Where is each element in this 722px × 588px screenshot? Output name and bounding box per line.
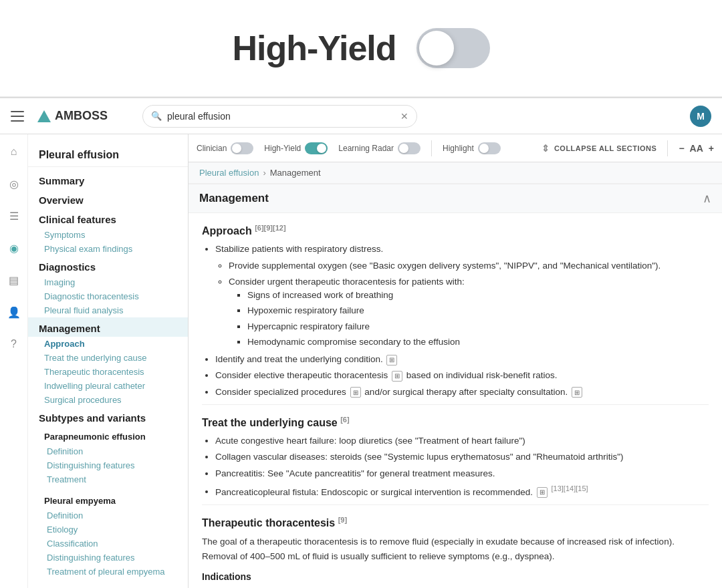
list-item: Acute congestive heart failure: loop diu… [215,434,709,448]
article: Management ∧ Approach [6][9][12] Stabili… [189,184,722,588]
app-container: AMBOSS 🔍 ✕ M ⌂ ◎ ☰ ◉ ▤ 👤 ? Pleural effus… [0,97,722,588]
sidebar-link-diagnostic-thoracentesis[interactable]: Diagnostic thoracentesis [28,289,188,303]
chart-icon[interactable]: ▤ [5,271,23,289]
sidebar-link-empyema-distinguishing[interactable]: Distinguishing features [28,551,188,565]
sidebar-link-para-distinguishing[interactable]: Distinguishing features [28,458,188,472]
list-item: Consider specialized procedures ⊞ and/or… [215,386,709,399]
sidebar-link-symptoms[interactable]: Symptoms [28,228,188,242]
highlight-toggle-group: Highlight [443,142,501,154]
toolbar-divider-1 [431,140,432,156]
sidebar-link-para-treatment[interactable]: Treatment [28,472,188,486]
learning-radar-toggle[interactable] [398,142,420,154]
sidebar-link-surgical-procedures[interactable]: Surgical procedures [28,393,188,407]
search-clear-icon[interactable]: ✕ [400,111,408,122]
treat-extra-refs: [13][14][15] [552,484,588,492]
highlight-label: Highlight [443,144,474,153]
section-collapse-icon[interactable]: ∧ [703,191,711,206]
breadcrumb-parent[interactable]: Pleural effusion [199,168,259,178]
logo-text: AMBOSS [55,109,108,123]
toolbar: Clinician High-Yield Learning Radar [189,134,722,162]
thoracentesis-intro: The goal of a therapeutic thoracentesis … [202,535,709,563]
info-icon-2[interactable]: ⊞ [392,371,402,382]
learning-radar-knob [399,144,408,153]
learning-radar-label: Learning Radar [338,144,394,153]
thoracentesis-refs: [9] [338,516,347,524]
sidebar-item-summary[interactable]: Summary [28,170,188,189]
nav-panel: Pleural effusion Summary Overview Clinic… [28,134,189,588]
high-yield-title: High-Yield [232,28,396,68]
sidebar-link-physical-exam[interactable]: Physical exam findings [28,242,188,256]
sidebar-link-therapeutic-thoracentesis[interactable]: Therapeutic thoracentesis [28,365,188,379]
sidebar-subsection-parapneumonic[interactable]: Parapneumonic effusion [28,426,188,444]
sidebar-item-clinical-features[interactable]: Clinical features [28,208,188,228]
approach-refs: [6][9][12] [255,224,285,232]
home-icon[interactable]: ⌂ [5,142,23,161]
high-yield-toggle-group: High-Yield [264,142,328,154]
highlight-toggle[interactable] [478,142,501,154]
info-icon[interactable]: ⊞ [386,355,397,365]
top-nav: AMBOSS 🔍 ✕ M [0,98,722,134]
sidebar-link-approach[interactable]: Approach [28,337,188,351]
list-item: Hypoxemic respiratory failure [247,304,709,317]
list-item: Stabilize patients with respiratory dist… [215,243,709,349]
toolbar-divider-2 [667,140,668,156]
help-icon[interactable]: ? [5,335,23,353]
sidebar-link-imaging[interactable]: Imaging [28,275,188,289]
info-icon-4[interactable]: ⊞ [572,387,582,398]
management-section-header[interactable]: Management ∧ [189,184,722,213]
clinician-label: Clinician [197,144,227,153]
sidebar-item-diagnostics[interactable]: Diagnostics [28,256,188,275]
sidebar-item-subtypes[interactable]: Subtypes and variants [28,407,188,426]
management-section-title: Management [199,192,269,205]
treat-refs: [6] [340,416,349,424]
treat-underlying-title: Treat the underlying cause [6] [202,416,709,429]
font-controls: − AA + [679,143,714,154]
font-plus-button[interactable]: + [709,143,714,154]
collapse-all-button[interactable]: ⇕ cOLLAPSE ALL SECTIONS [542,143,656,154]
font-minus-button[interactable]: − [679,143,684,154]
high-yield-toggle[interactable] [305,142,328,154]
search-icon: 🔍 [151,111,162,121]
main-content: Clinician High-Yield Learning Radar [189,134,722,588]
clinician-toggle[interactable] [231,142,253,154]
collapse-icon: ⇕ [542,143,550,154]
sidebar-link-indwelling-catheter[interactable]: Indwelling pleural catheter [28,379,188,393]
amboss-logo[interactable]: AMBOSS [37,109,108,123]
list-item: Collagen vascular diseases: steroids (se… [215,450,709,464]
nav-page-title[interactable]: Pleural effusion [28,141,188,167]
sidebar-item-overview[interactable]: Overview [28,189,188,208]
sidebar-link-pleural-fluid[interactable]: Pleural fluid analysis [28,303,188,317]
sidebar-link-para-definition[interactable]: Definition [28,444,188,458]
list-item: Hemodynamic compromise secondary to the … [247,335,709,349]
book-icon[interactable]: ☰ [5,206,23,225]
person-icon[interactable]: 👤 [5,303,23,321]
circle-icon[interactable]: ◎ [5,174,23,193]
sidebar-link-empyema-etiology[interactable]: Etiology [28,523,188,537]
search-input[interactable] [167,111,395,122]
divider-2 [202,504,709,505]
sidebar-link-empyema-definition[interactable]: Definition [28,508,188,523]
indications-title: Indications [202,571,709,582]
high-yield-banner: High-Yield [0,0,722,97]
hamburger-menu-icon[interactable] [11,111,24,122]
collapse-label: cOLLAPSE ALL SECTIONS [554,144,657,152]
sidebar-item-management[interactable]: Management [28,317,188,337]
sidebar-link-empyema-classification[interactable]: Classification [28,537,188,551]
info-icon-3[interactable]: ⊞ [350,387,361,398]
list-item: Hypercapnic respiratory failure [247,320,709,333]
list-item: Signs of increased work of breathing [247,289,709,302]
sidebar-link-empyema-treatment[interactable]: Treatment of pleural empyema [28,565,188,579]
font-aa-button[interactable]: AA [690,143,703,154]
sidebar-subsection-empyema[interactable]: Pleural empyema [28,490,188,508]
toggle-large-knob [419,31,454,65]
clinician-toggle-group: Clinician [197,142,253,154]
high-yield-label: High-Yield [264,144,301,153]
approach-list: Stabilize patients with respiratory dist… [215,243,709,399]
breadcrumb-separator: › [263,168,265,178]
avatar[interactable]: M [690,106,711,127]
list-item: Consider urgent therapeutic thoracentesi… [229,275,709,349]
info-icon-5[interactable]: ⊞ [537,487,548,498]
target-icon[interactable]: ◉ [5,239,23,257]
sidebar-link-treat-underlying[interactable]: Treat the underlying cause [28,351,188,365]
high-yield-toggle-large[interactable] [416,28,490,68]
